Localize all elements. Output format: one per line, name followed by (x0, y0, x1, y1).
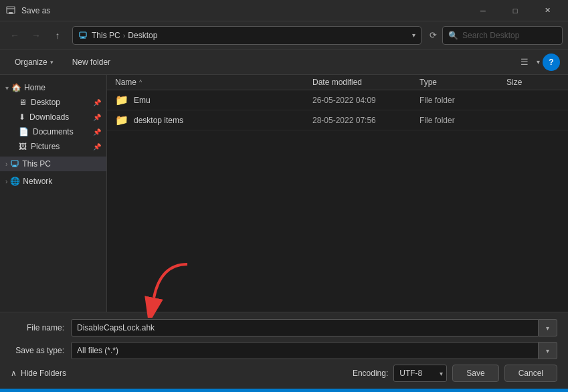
encoding-row: Encoding: UTF-8 UTF-16 ANSI Save Cancel (353, 365, 557, 382)
view-dropdown-arrow[interactable]: ▾ (537, 58, 540, 66)
this-pc-sidebar-icon (10, 159, 19, 169)
desktop-label: Desktop (31, 98, 60, 107)
bottom-actions: ∧ Hide Folders Encoding: UTF-8 UTF-16 AN… (11, 365, 557, 382)
col-name-header[interactable]: Name ^ (115, 78, 312, 87)
sidebar-item-downloads[interactable]: ⬇ Downloads 📌 (0, 110, 106, 124)
sidebar-item-documents[interactable]: 📄 Documents 📌 (0, 124, 106, 139)
back-button[interactable]: ← (5, 26, 24, 45)
file-date-2: 28-05-2022 07:56 (312, 116, 419, 125)
organize-label: Organize (15, 58, 48, 67)
forward-button[interactable]: → (27, 26, 45, 45)
address-bar[interactable]: This PC › Desktop ▾ (72, 26, 421, 45)
title-bar: Save as ─ □ ✕ (0, 0, 568, 21)
this-pc-toggle: › (5, 161, 7, 168)
dialog-icon (5, 5, 16, 16)
savetype-input[interactable] (71, 342, 539, 359)
window-controls: ─ □ ✕ (468, 0, 563, 21)
documents-label: Documents (33, 127, 74, 136)
encoding-select[interactable]: UTF-8 UTF-16 ANSI (393, 365, 447, 382)
documents-icon: 📄 (19, 127, 29, 136)
col-date-label: Date modified (312, 78, 362, 87)
col-date-header[interactable]: Date modified (312, 78, 419, 87)
search-icon: 🔍 (448, 31, 458, 40)
downloads-pin: 📌 (93, 114, 101, 121)
filename-label: File name: (11, 323, 71, 332)
filename-row: File name: ▾ (11, 319, 557, 336)
downloads-icon: ⬇ (19, 112, 25, 122)
pictures-label: Pictures (31, 142, 60, 151)
table-row[interactable]: 📁 Emu 26-05-2022 04:09 File folder (107, 90, 568, 110)
hide-folders-label: Hide Folders (21, 369, 66, 378)
home-section: ▾ 🏠 Home 🖥 Desktop 📌 ⬇ Downloads 📌 📄 Doc… (0, 80, 106, 154)
view-controls: ☰ ▾ ? (515, 54, 560, 71)
pictures-icon: 🖼 (19, 142, 27, 151)
hide-folders-button[interactable]: ∧ Hide Folders (11, 369, 66, 378)
save-button[interactable]: Save (452, 365, 498, 382)
cancel-button[interactable]: Cancel (504, 365, 557, 382)
file-list-header: Name ^ Date modified Type Size (107, 75, 568, 90)
file-name-1: Emu (134, 96, 312, 105)
network-header[interactable]: › 🌐 Network (0, 174, 106, 189)
home-icon: 🏠 (11, 83, 21, 92)
col-name-label: Name (115, 78, 136, 87)
new-folder-button[interactable]: New folder (66, 54, 117, 71)
svg-rect-3 (80, 32, 86, 37)
file-name-2: desktop items (134, 116, 312, 125)
home-label: Home (24, 83, 45, 92)
search-box[interactable]: 🔍 Search Desktop (442, 26, 563, 45)
encoding-wrapper: UTF-8 UTF-16 ANSI (393, 365, 447, 382)
pictures-pin: 📌 (93, 143, 101, 151)
close-button[interactable]: ✕ (532, 0, 563, 21)
this-pc-section: › This PC (0, 157, 106, 171)
col-size-header[interactable]: Size (506, 78, 560, 87)
svg-rect-2 (9, 12, 13, 14)
savetype-wrapper: ▾ (71, 342, 557, 359)
address-dropdown-arrow[interactable]: ▾ (412, 31, 415, 39)
table-row[interactable]: 📁 desktop items 28-05-2022 07:56 File fo… (107, 110, 568, 130)
new-folder-label: New folder (72, 58, 110, 67)
folder-icon-2: 📁 (115, 114, 128, 126)
network-section: › 🌐 Network (0, 174, 106, 189)
search-placeholder: Search Desktop (462, 31, 519, 40)
minimize-button[interactable]: ─ (468, 0, 498, 21)
sidebar-item-pictures[interactable]: 🖼 Pictures 📌 (0, 139, 106, 154)
col-type-label: Type (419, 78, 437, 87)
desktop-pin: 📌 (93, 99, 101, 106)
filename-wrapper: ▾ (71, 319, 557, 336)
home-section-header[interactable]: ▾ 🏠 Home (0, 80, 106, 95)
main-content: ▾ 🏠 Home 🖥 Desktop 📌 ⬇ Downloads 📌 📄 Doc… (0, 75, 568, 312)
col-type-header[interactable]: Type (419, 78, 506, 87)
view-mode-button[interactable]: ☰ (515, 54, 534, 71)
this-pc-icon (78, 31, 88, 40)
this-pc-crumb: This PC (92, 31, 120, 40)
col-sort-arrow: ^ (139, 79, 142, 86)
toolbar: ← → ↑ This PC › Desktop ▾ ⟳ 🔍 Search Des… (0, 21, 568, 50)
sidebar-item-desktop[interactable]: 🖥 Desktop 📌 (0, 95, 106, 110)
help-button[interactable]: ? (543, 54, 560, 71)
savetype-dropdown[interactable]: ▾ (539, 342, 557, 359)
svg-rect-6 (11, 161, 18, 165)
savetype-row: Save as type: ▾ (11, 342, 557, 359)
filename-dropdown[interactable]: ▾ (539, 319, 557, 336)
refresh-button[interactable]: ⟳ (427, 29, 440, 41)
organize-dropdown-arrow: ▾ (50, 59, 54, 66)
this-pc-header[interactable]: › This PC (0, 157, 106, 171)
address-parts: This PC › Desktop (92, 31, 408, 40)
status-bar: Ln 1, Col 27 100% Windows (CRLF) UTF-8 (0, 389, 568, 392)
savetype-label: Save as type: (11, 346, 71, 355)
action-bar: Organize ▾ New folder ☰ ▾ ? (0, 50, 568, 75)
maximize-button[interactable]: □ (500, 0, 531, 21)
filename-input[interactable] (71, 319, 539, 336)
documents-pin: 📌 (93, 128, 101, 136)
file-list: Name ^ Date modified Type Size 📁 Emu 26-… (107, 75, 568, 312)
home-toggle: ▾ (5, 84, 9, 92)
up-button[interactable]: ↑ (48, 26, 67, 45)
col-size-label: Size (506, 78, 522, 87)
file-type-1: File folder (419, 96, 506, 105)
encoding-label: Encoding: (353, 369, 388, 378)
organize-button[interactable]: Organize ▾ (8, 54, 60, 71)
bottom-panel: File name: ▾ Save as type: ▾ ∧ Hide Fold… (0, 312, 568, 389)
downloads-label: Downloads (29, 112, 69, 122)
hide-folders-toggle: ∧ (11, 369, 17, 378)
folder-icon-1: 📁 (115, 94, 128, 106)
